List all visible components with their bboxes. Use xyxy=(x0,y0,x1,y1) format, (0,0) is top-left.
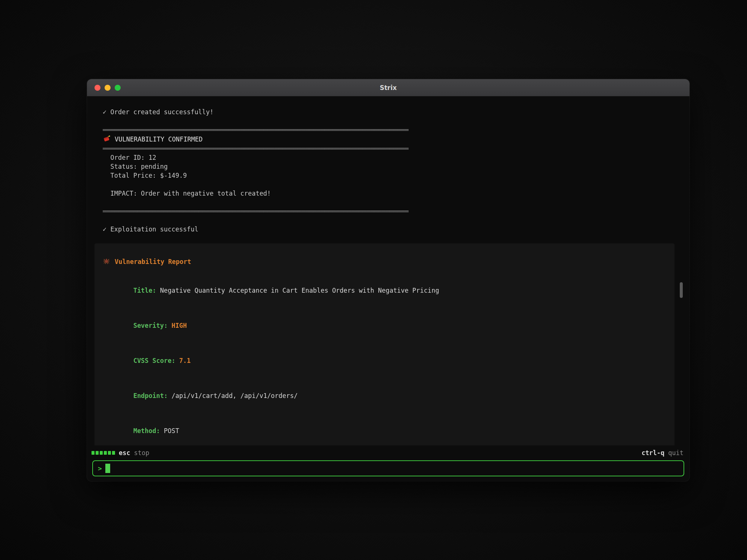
exploit-log: ✓ Order created successfully! ══════════… xyxy=(87,108,689,234)
separator: ════════════════════════════════════════… xyxy=(103,207,678,216)
titlebar: Strix xyxy=(87,79,689,96)
scrollbar-thumb[interactable] xyxy=(680,282,683,298)
ctrl-q-key-hint: ctrl-q xyxy=(642,449,664,457)
order-id-line: Order ID: 12 xyxy=(103,153,678,162)
field-label: CVSS Score: xyxy=(133,357,176,364)
separator: ════════════════════════════════════════… xyxy=(103,125,678,134)
stop-action-label: stop xyxy=(134,449,149,457)
impact-line: IMPACT: Order with negative total create… xyxy=(103,189,678,198)
minimize-button[interactable] xyxy=(105,85,111,91)
field-value: HIGH xyxy=(171,322,187,329)
separator: ════════════════════════════════════════… xyxy=(103,144,678,153)
field-label: Method: xyxy=(133,427,160,435)
total-price-line: Total Price: $-149.9 xyxy=(103,171,678,180)
report-heading: Vulnerability Report xyxy=(103,257,654,267)
field-label: Endpoint: xyxy=(133,392,168,399)
field-value: Negative Quantity Acceptance in Cart Ena… xyxy=(160,287,439,294)
report-field-method: Method: POST xyxy=(103,417,654,444)
activity-spinner xyxy=(92,451,115,455)
terminal-output: ✓ Order created successfully! ══════════… xyxy=(87,96,689,445)
esc-key-hint: esc xyxy=(119,449,130,457)
command-input-area: > xyxy=(87,460,689,481)
order-status-line: Status: pending xyxy=(103,162,678,171)
field-value: 7.1 xyxy=(179,357,191,364)
field-label: Severity: xyxy=(133,322,168,329)
window-controls xyxy=(94,79,121,96)
vulnerability-confirmed-label: VULNERABILITY CONFIRMED xyxy=(115,135,202,144)
spider-icon xyxy=(103,257,110,267)
text-cursor xyxy=(105,464,110,473)
vulnerability-confirmed-header: VULNERABILITY CONFIRMED xyxy=(103,134,678,144)
log-line-success-exploit: ✓ Exploitation successful xyxy=(103,225,678,234)
strix-window: Strix ✓ Order created successfully! ════… xyxy=(87,79,689,481)
vulnerability-report-panel: Vulnerability Report Title: Negative Qua… xyxy=(94,243,675,445)
window-title: Strix xyxy=(380,84,397,91)
field-label: Title: xyxy=(133,287,156,294)
report-field-title: Title: Negative Quantity Acceptance in C… xyxy=(103,277,654,304)
report-heading-label: Vulnerability Report xyxy=(115,257,191,266)
report-field-severity: Severity: HIGH xyxy=(103,312,654,339)
statusbar-right: ctrl-q quit xyxy=(642,449,684,457)
field-value: POST xyxy=(164,427,179,435)
statusbar-left: esc stop xyxy=(92,449,149,457)
zoom-button[interactable] xyxy=(115,85,121,91)
report-field-endpoint: Endpoint: /api/v1/cart/add, /api/v1/orde… xyxy=(103,382,654,409)
field-value: /api/v1/cart/add, /api/v1/orders/ xyxy=(171,392,298,399)
prompt-symbol: > xyxy=(98,464,102,472)
quit-action-label: quit xyxy=(668,449,684,457)
statusbar: esc stop ctrl-q quit xyxy=(87,445,689,460)
command-input[interactable]: > xyxy=(92,460,684,476)
log-line-success-order: ✓ Order created successfully! xyxy=(103,108,678,116)
dynamite-icon xyxy=(103,134,110,144)
report-field-cvss-score: CVSS Score: 7.1 xyxy=(103,347,654,374)
close-button[interactable] xyxy=(94,85,100,91)
